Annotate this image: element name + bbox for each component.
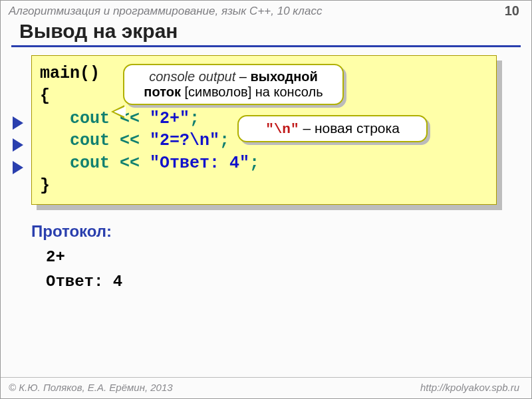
callout-console-output: console output – выходной поток [символо…: [123, 64, 344, 105]
bullet-arrow-icon: [13, 138, 23, 152]
code-line: }: [40, 175, 485, 198]
footer-copyright: © К.Ю. Поляков, Е.А. Ерёмин, 2013: [9, 382, 173, 393]
code-line: cout << "Ответ: 4";: [40, 152, 485, 175]
bullet-arrow-icon: [13, 116, 23, 130]
course-title: Алгоритмизация и программирование, язык …: [9, 5, 322, 18]
page-number: 10: [505, 3, 519, 19]
footer-url: http://kpolyakov.spb.ru: [420, 382, 519, 393]
bullet-arrow-icon: [13, 161, 23, 174]
slide-title: Вывод на экран: [19, 20, 531, 43]
slide: Алгоритмизация и программирование, язык …: [0, 0, 532, 399]
callout-newline: "\n" – новая строка: [237, 115, 428, 142]
protocol-heading: Протокол:: [31, 222, 531, 241]
callout-text: – новая строка: [299, 120, 400, 136]
protocol-output: 2+ Ответ: 4: [46, 245, 531, 294]
slide-footer: © К.Ю. Поляков, Е.А. Ерёмин, 2013 http:/…: [1, 377, 531, 398]
callout-text: console output: [149, 69, 235, 84]
slide-header: Алгоритмизация и программирование, язык …: [1, 1, 531, 19]
title-underline: [11, 45, 521, 47]
callout-code: "\n": [265, 122, 299, 137]
